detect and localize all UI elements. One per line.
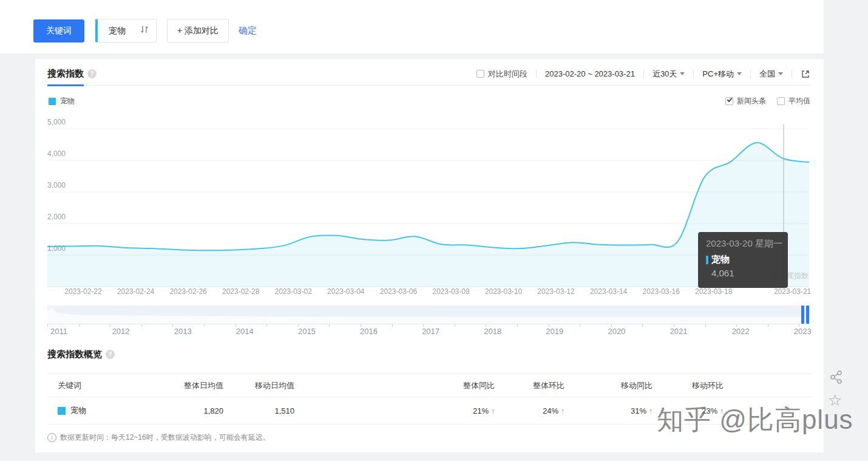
divider (536, 70, 537, 78)
add-compare-button[interactable]: + 添加对比 (167, 19, 229, 43)
slider-right-handle[interactable] (806, 306, 809, 324)
x-axis-label: 2023-03-14 (590, 287, 628, 296)
x-axis-label: 2023-02-26 (169, 287, 207, 296)
slider-year-label: 2017 (422, 327, 439, 336)
x-axis-label: 2023-03-02 (275, 287, 313, 296)
checkbox-icon[interactable] (777, 97, 785, 105)
x-axis-label: 2023-03-08 (432, 287, 470, 296)
x-axis-label: 2023-03-12 (537, 287, 575, 296)
caret-down-icon (680, 72, 685, 75)
help-icon[interactable] (106, 350, 115, 359)
news-headlines-label: 新闻头条 (737, 96, 766, 106)
y-axis-label: 3,000 (47, 181, 66, 190)
slider-year-label: 2021 (670, 327, 688, 336)
favorite-star-icon[interactable]: ☆ (828, 391, 842, 410)
device-value: PC+移动 (702, 69, 734, 80)
row-mobile-mom: 23%↑ (653, 406, 724, 415)
divider (750, 70, 751, 78)
row-overall-avg: 1,820 (151, 406, 223, 415)
keyword-input[interactable]: 宠物 (95, 19, 157, 43)
table-row: 宠物 1,820 1,510 21%↑ 24%↑ 31%↑ 23%↑ (47, 397, 812, 425)
series-legend[interactable]: 宠物 (49, 96, 75, 106)
confirm-link[interactable]: 确定 (239, 25, 257, 36)
x-axis-label: 2023-02-28 (222, 287, 260, 296)
x-axis-label: 2023-03-21 (774, 287, 812, 296)
y-axis-label: 4,000 (47, 149, 66, 158)
slider-year-label: 2012 (112, 327, 130, 336)
info-icon (47, 433, 56, 442)
x-axis-label: 2023-03-16 (643, 287, 680, 296)
tab-search-index[interactable]: 搜索指数 (47, 68, 84, 80)
x-axis-label: 2023-03-04 (327, 287, 365, 296)
tooltip-series-name: 宠物 (711, 254, 730, 265)
x-axis-label: 2023-02-24 (117, 287, 155, 296)
legend-label: 宠物 (60, 96, 75, 106)
data-update-note: 数据更新时间：每天12~16时，受数据波动影响，可能会有延迟。 (47, 432, 812, 443)
checkbox-checked-icon[interactable] (725, 97, 733, 105)
news-headlines-checkbox[interactable]: 新闻头条 (725, 96, 766, 106)
region-value: 全国 (759, 69, 775, 80)
slider-left-handle[interactable] (801, 306, 804, 324)
slider-year-label: 2018 (484, 327, 501, 336)
area-fill (47, 143, 809, 287)
slider-year-label: 2023 (794, 327, 812, 336)
col-overall-daily-avg: 整体日均值 (151, 380, 223, 391)
tooltip-series-swatch (706, 256, 708, 264)
device-dropdown[interactable]: PC+移动 (702, 69, 742, 80)
average-value-label: 平均值 (788, 96, 810, 106)
slider-year-axis: 2011201220132014201520162017201820192020… (47, 327, 810, 335)
slider-year-label: 2015 (298, 327, 316, 336)
active-tab-underline (47, 84, 84, 86)
date-range[interactable]: 2023-02-20 ~ 2023-03-21 (545, 69, 635, 78)
region-dropdown[interactable]: 全国 (759, 69, 783, 80)
compare-period-checkbox[interactable]: 对比时间段 (476, 69, 527, 80)
row-keyword[interactable]: 宠物 (70, 405, 86, 416)
baidu-index-page: 关键词 宠物 + 添加对比 确定 搜索指数 对比 (0, 0, 868, 461)
slider-year-label: 2011 (50, 327, 67, 336)
slider-mini-chart (47, 306, 810, 324)
export-icon[interactable] (801, 69, 810, 79)
timeline-slider[interactable] (47, 306, 810, 324)
overview-title: 搜索指数概览 (47, 349, 102, 360)
slider-year-label: 2013 (174, 327, 192, 336)
overview-table: 关键词 整体日均值 移动日均值 整体同比 整体环比 移动同比 移动环比 宠物 1… (47, 374, 812, 443)
col-mobile-daily-avg: 移动日均值 (223, 380, 294, 391)
help-icon[interactable] (87, 69, 97, 78)
search-index-card: 搜索指数 对比时间段 2023-02-20 ~ 2023-03-21 近30天 (35, 59, 824, 452)
checkbox-icon[interactable] (476, 70, 484, 78)
x-axis-label: 2023-03-06 (380, 287, 418, 296)
y-axis-label: 2,000 (47, 213, 66, 221)
row-mobile-yoy: 31%↑ (565, 406, 653, 415)
divider (693, 70, 694, 78)
divider (643, 70, 644, 78)
compare-period-label: 对比时间段 (488, 69, 527, 80)
col-mobile-yoy: 移动同比 (565, 380, 653, 391)
x-axis-label: 2023-02-22 (64, 287, 102, 296)
slider-year-label: 2022 (732, 327, 750, 336)
row-color-swatch (58, 407, 66, 415)
keyword-button[interactable]: 关键词 (33, 19, 84, 43)
divider (792, 70, 792, 78)
time-range-dropdown[interactable]: 近30天 (653, 69, 685, 80)
share-icon[interactable] (829, 369, 844, 388)
slider-year-label: 2014 (236, 327, 254, 336)
x-axis-label: 2023-03-18 (695, 287, 733, 296)
col-keyword: 关键词 (47, 380, 151, 391)
col-overall-yoy: 整体同比 (294, 380, 495, 391)
legend-color-swatch (49, 98, 56, 105)
tooltip-value: 4,061 (711, 268, 788, 278)
slider-year-label: 2019 (546, 327, 563, 336)
chart-tooltip: 2023-03-20 星期一 宠物 4,061 (698, 232, 788, 288)
table-header-row: 关键词 整体日均值 移动日均值 整体同比 整体环比 移动同比 移动环比 (47, 374, 812, 397)
keyword-value: 宠物 (109, 26, 126, 36)
slider-year-label: 2020 (608, 327, 625, 336)
row-mobile-avg: 1,510 (223, 406, 294, 415)
slider-year-label: 2016 (360, 327, 378, 336)
row-overall-yoy: 21%↑ (294, 406, 495, 415)
col-mobile-mom: 移动环比 (653, 380, 724, 391)
tooltip-date: 2023-03-20 星期一 (706, 238, 788, 250)
y-axis-label: 5,000 (47, 118, 66, 126)
caret-down-icon (737, 72, 742, 75)
average-value-checkbox[interactable]: 平均值 (777, 96, 810, 106)
sort-arrows-icon[interactable] (140, 25, 149, 36)
